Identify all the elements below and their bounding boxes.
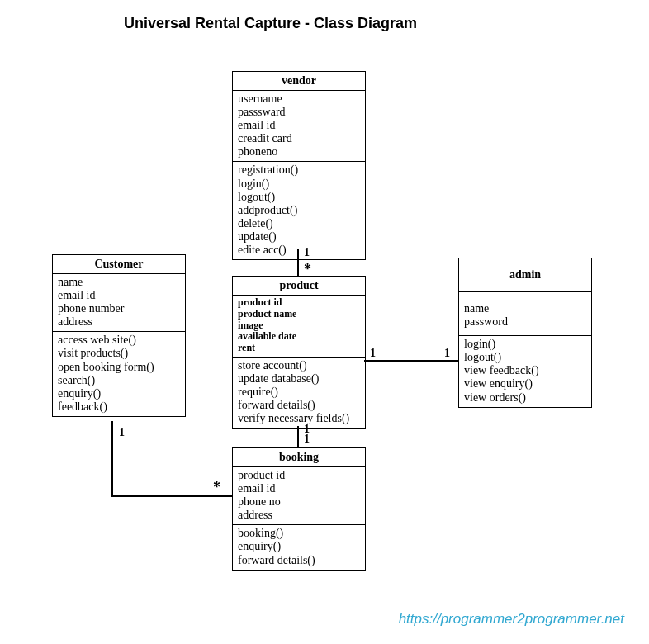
attr: address (58, 315, 180, 329)
class-vendor-ops: registration() login() logout() addprodu… (233, 162, 365, 259)
op: logout() (238, 191, 360, 204)
op: forward details() (238, 554, 360, 567)
attr: product name (238, 309, 360, 320)
connector-vendor-product (297, 249, 299, 276)
attr: email id (238, 482, 360, 495)
class-customer-attrs: name email id phone number address (53, 274, 185, 332)
mult-vendor-product-top: 1 (304, 246, 310, 259)
attr: image (238, 320, 360, 332)
op: view enquiry() (464, 377, 586, 391)
op: view orders() (464, 391, 586, 405)
mult-vendor-product-bottom: * (304, 261, 311, 278)
class-product: product product id product name image av… (232, 276, 366, 429)
class-booking: booking product id email id phone no add… (232, 447, 366, 571)
class-booking-name: booking (233, 448, 365, 467)
attr: creadit card (238, 132, 360, 145)
op: update database() (238, 372, 360, 386)
class-admin-ops: login() logout() view feedback() view en… (459, 336, 591, 406)
op: registration() (238, 163, 360, 177)
attr: passsward (238, 106, 360, 119)
op: visit products() (58, 347, 180, 360)
class-vendor-attrs: username passsward email id creadit card… (233, 91, 365, 162)
attr: password (464, 315, 586, 329)
connector-product-booking (297, 426, 299, 447)
class-product-attrs: product id product name image available … (233, 296, 365, 358)
watermark-url: https://programmer2programmer.net (399, 611, 624, 627)
op: logout() (464, 351, 586, 364)
class-admin-name: admin (459, 258, 591, 292)
attr: phone no (238, 495, 360, 509)
mult-customer-booking-right: * (213, 479, 220, 496)
op: addproduct() (238, 204, 360, 217)
connector-product-admin (364, 360, 458, 362)
class-product-ops: store account() update database() requir… (233, 358, 365, 428)
op: login() (464, 338, 586, 351)
op: verify necessary fields() (238, 412, 360, 425)
op: access web site() (58, 334, 180, 347)
class-product-name: product (233, 277, 365, 296)
attr: username (238, 92, 360, 106)
op: feedback() (58, 400, 180, 414)
op: open booking form() (58, 361, 180, 374)
op: search() (58, 374, 180, 387)
op: require() (238, 386, 360, 399)
attr: name (464, 302, 586, 315)
class-admin-attrs: name password (459, 292, 591, 336)
mult-product-admin-left: 1 (370, 347, 376, 360)
class-booking-attrs: product id email id phone no address (233, 467, 365, 525)
op: forward details() (238, 399, 360, 412)
op: booking() (238, 527, 360, 540)
class-vendor-name: vendor (233, 72, 365, 91)
mult-customer-booking-top: 1 (119, 426, 125, 439)
diagram-title: Universal Rental Capture - Class Diagram (124, 15, 417, 32)
connector-customer-booking-v (111, 421, 113, 497)
attr: available date (238, 331, 360, 343)
class-vendor: vendor username passsward email id cread… (232, 71, 366, 260)
op: delete() (238, 217, 360, 230)
attr: email id (238, 119, 360, 132)
class-admin: admin name password login() logout() vie… (458, 258, 592, 408)
attr: phone number (58, 302, 180, 315)
mult-product-admin-right: 1 (444, 347, 450, 360)
op: login() (238, 178, 360, 191)
op: enquiry() (58, 387, 180, 400)
class-customer: Customer name email id phone number addr… (52, 254, 186, 417)
mult-product-booking-bottom: 1 (304, 433, 310, 446)
attr: rent (238, 343, 360, 354)
class-customer-ops: access web site() visit products() open … (53, 332, 185, 416)
op: view feedback() (464, 364, 586, 377)
op: store account() (238, 359, 360, 372)
attr: email id (58, 289, 180, 302)
attr: phoneno (238, 145, 360, 159)
attr: address (238, 509, 360, 522)
op: enquiry() (238, 540, 360, 553)
attr: product id (238, 469, 360, 482)
class-customer-name: Customer (53, 255, 185, 274)
op: update() (238, 230, 360, 244)
attr: product id (238, 297, 360, 309)
attr: name (58, 276, 180, 289)
op: edite acc() (238, 244, 360, 257)
class-booking-ops: booking() enquiry() forward details() (233, 525, 365, 569)
